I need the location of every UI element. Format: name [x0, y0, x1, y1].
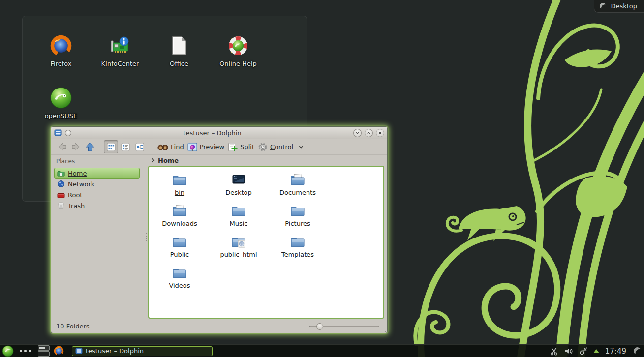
back-button[interactable] — [57, 142, 67, 152]
folder-label: Pictures — [285, 220, 310, 227]
folder-item-bin[interactable]: bin — [150, 171, 209, 202]
breadcrumb-location[interactable]: Home — [158, 157, 179, 164]
desktop-icon-kinfocenter[interactable]: KInfoCenter — [91, 25, 150, 77]
binoculars-icon — [157, 143, 168, 151]
split-button[interactable]: Split — [228, 142, 254, 152]
desktop-icon-label: KInfoCenter — [101, 60, 139, 67]
desktop-icon-label: openSUSE — [45, 112, 78, 119]
desktop-icon-online-help[interactable]: Online Help — [209, 25, 268, 77]
place-icon — [57, 191, 65, 199]
folder-item-videos[interactable]: Videos — [150, 264, 209, 295]
cashew-icon — [599, 2, 607, 10]
gear-icon — [258, 142, 268, 152]
task-dolphin-icon — [75, 347, 83, 355]
app-icon — [49, 34, 73, 58]
show-widgets-button[interactable] — [20, 350, 31, 352]
task-label: testuser – Dolphin — [86, 347, 144, 355]
up-button[interactable] — [85, 142, 95, 152]
folder-item-pictures[interactable]: Pictures — [268, 202, 327, 233]
folder-item-music[interactable]: Music — [209, 202, 268, 233]
folder-icon — [290, 234, 306, 250]
desktop-pager[interactable] — [38, 345, 50, 357]
clock[interactable]: 17:49 — [605, 347, 626, 356]
place-item-home[interactable]: Home — [54, 168, 140, 178]
folder-label: Downloads — [162, 220, 197, 227]
folder-item-public[interactable]: Public — [150, 233, 209, 264]
split-label: Split — [240, 143, 254, 150]
place-item-network[interactable]: Network — [54, 178, 140, 189]
folder-icon — [172, 172, 187, 188]
folder-icon — [231, 234, 246, 250]
split-icon — [228, 142, 238, 152]
place-icon — [57, 169, 65, 177]
dolphin-app-icon — [54, 129, 62, 137]
firefox-launcher[interactable] — [54, 346, 64, 356]
pager-desktop-1[interactable] — [38, 345, 50, 351]
place-label: Root — [68, 191, 82, 199]
taskbar-task-dolphin[interactable]: testuser – Dolphin — [72, 346, 213, 356]
folder-item-desktop[interactable]: Desktop — [209, 171, 268, 202]
folder-icon — [231, 203, 246, 219]
columns-view-button[interactable] — [132, 140, 147, 153]
close-button[interactable] — [376, 129, 384, 137]
app-icon — [108, 34, 132, 58]
place-label: Network — [68, 180, 94, 188]
icons-view-button[interactable] — [104, 140, 118, 153]
system-tray: 17:49 — [549, 346, 642, 356]
resize-grip[interactable] — [382, 328, 386, 332]
maximize-button[interactable] — [365, 129, 373, 137]
folder-view[interactable]: bin Desktop Documents Downloads Music Pi… — [148, 166, 384, 319]
titlebar[interactable]: testuser – Dolphin — [51, 127, 387, 139]
panel-cashew-icon[interactable] — [632, 346, 642, 356]
folder-icon — [172, 234, 187, 250]
volume-icon[interactable] — [564, 346, 574, 356]
preview-icon — [187, 142, 197, 152]
view-mode-group — [104, 140, 147, 153]
folder-icon — [290, 203, 306, 219]
place-item-root[interactable]: Root — [54, 189, 140, 200]
zoom-slider[interactable] — [309, 323, 379, 330]
status-bar: 10 Folders — [51, 320, 387, 333]
folder-item-downloads[interactable]: Downloads — [150, 202, 209, 233]
minimize-button[interactable] — [353, 129, 362, 137]
breadcrumb[interactable]: Home — [148, 155, 385, 166]
folder-item-templates[interactable]: Templates — [268, 233, 327, 264]
dolphin-window: testuser – Dolphin — [51, 126, 388, 333]
folder-label: public_html — [220, 251, 257, 258]
folder-label: Videos — [169, 282, 190, 289]
details-view-button[interactable] — [118, 140, 132, 153]
folder-item-public-html[interactable]: public_html — [209, 233, 268, 264]
find-button[interactable]: Find — [157, 143, 184, 151]
window-menu-button[interactable] — [65, 130, 71, 136]
splitter-grip — [146, 233, 147, 242]
breadcrumb-arrow-icon — [151, 158, 155, 163]
app-icon — [226, 34, 250, 58]
device-notifier-icon[interactable] — [579, 346, 588, 356]
tray-expand-arrow[interactable] — [593, 349, 599, 353]
folder-item-documents[interactable]: Documents — [268, 171, 327, 202]
chevron-down-icon[interactable] — [299, 145, 304, 149]
app-icon — [49, 86, 73, 110]
place-label: Home — [68, 170, 87, 177]
zoom-slider-handle[interactable] — [316, 323, 323, 330]
desktop-icon-opensuse[interactable]: openSUSE — [31, 77, 91, 129]
clipboard-scissors-icon[interactable] — [549, 346, 559, 356]
panel-splitter[interactable] — [145, 155, 148, 320]
desktop-toolbox[interactable]: Desktop — [594, 0, 644, 13]
place-icon — [57, 180, 65, 188]
kickoff-launcher-button[interactable] — [2, 345, 14, 357]
folder-label: bin — [175, 189, 184, 196]
taskbar: testuser – Dolphin 17:49 — [0, 344, 644, 357]
desktop-icon-firefox[interactable]: Firefox — [31, 25, 91, 77]
preview-button[interactable]: Preview — [187, 142, 225, 152]
find-label: Find — [171, 143, 184, 150]
control-button[interactable]: Control — [258, 142, 293, 152]
place-icon — [57, 202, 65, 209]
desktop-icon-office[interactable]: Office — [150, 25, 209, 77]
place-item-trash[interactable]: Trash — [54, 200, 140, 211]
desktop-icon-label: Office — [170, 60, 188, 67]
preview-label: Preview — [200, 143, 225, 150]
forward-button[interactable] — [71, 142, 81, 152]
folder-icon — [172, 265, 187, 281]
pager-desktop-2[interactable] — [38, 351, 50, 357]
